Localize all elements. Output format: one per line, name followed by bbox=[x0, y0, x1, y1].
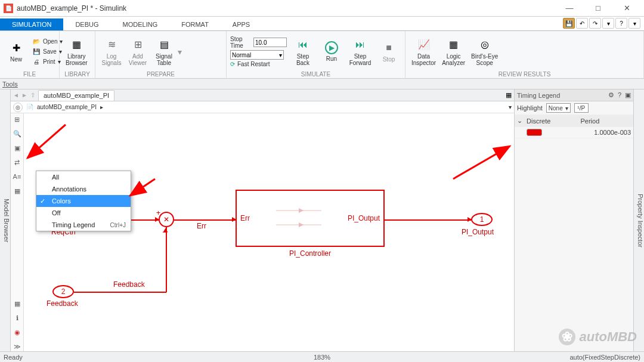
watermark-icon: ❀ bbox=[559, 329, 575, 345]
status-ready: Ready bbox=[0, 354, 23, 361]
new-button[interactable]: ✚ New bbox=[4, 39, 29, 64]
panel-help-icon[interactable]: ? bbox=[618, 91, 621, 99]
ctx-item-annotations[interactable]: Annotations bbox=[36, 183, 131, 195]
library-browser-button[interactable]: ▦ Library Browser bbox=[63, 36, 90, 67]
redo-button[interactable]: ↷ bbox=[589, 18, 601, 29]
group-library-label: LIBRARY bbox=[63, 71, 91, 78]
subsystem-in-label: Err bbox=[240, 214, 250, 222]
sampletime-context-menu: All Annotations ✓Colors Off Timing Legen… bbox=[36, 171, 131, 231]
property-inspector-rail[interactable]: Property Inspector bbox=[633, 89, 644, 351]
nav-fwd-button[interactable]: ► bbox=[20, 91, 29, 100]
tab-format[interactable]: FORMAT bbox=[169, 18, 221, 30]
breadcrumb-expand-icon[interactable]: ▸ bbox=[100, 104, 103, 110]
tree-toggle-icon[interactable]: ⌄ bbox=[517, 117, 523, 125]
close-button[interactable]: ✕ bbox=[618, 2, 636, 14]
model-tab-bar: ◄ ► ⇧ autoMBD_example_PI ▦ bbox=[11, 89, 514, 101]
variant-icon[interactable]: ▦ bbox=[13, 299, 22, 308]
table-icon: ▤ bbox=[157, 38, 171, 52]
ctx-item-timing-legend[interactable]: Timing LegendCtrl+J bbox=[36, 219, 131, 231]
ribbon-tabs: SIMULATION DEBUG MODELING FORMAT APPS bbox=[0, 17, 644, 31]
breadcrumb-dd-icon[interactable]: ▾ bbox=[509, 104, 512, 110]
ctx-item-all[interactable]: All bbox=[36, 171, 131, 183]
fast-restart-button[interactable]: ⟳Fast Restart bbox=[230, 61, 287, 67]
group-simulate-label: SIMULATE bbox=[230, 71, 401, 78]
print-icon: 🖨 bbox=[32, 58, 41, 66]
save-quick-button[interactable]: 💾 bbox=[563, 18, 575, 29]
tab-simulation[interactable]: SIMULATION bbox=[0, 18, 63, 30]
model-browser-rail[interactable]: Model Browser bbox=[0, 89, 11, 351]
inport-feedback[interactable]: 2 bbox=[52, 285, 74, 298]
stop-button[interactable]: ■Stop bbox=[376, 39, 401, 64]
ctx-item-off[interactable]: Off bbox=[36, 207, 131, 219]
inspector-icon: 📈 bbox=[417, 38, 431, 52]
log-signals-button[interactable]: ≋Log Signals bbox=[99, 36, 124, 67]
nav-back-button[interactable]: ◄ bbox=[12, 91, 20, 100]
breadcrumb-text[interactable]: autoMBD_example_PI bbox=[37, 104, 97, 110]
stop-time-input[interactable] bbox=[253, 38, 287, 47]
panel-gear-icon[interactable]: ⚙ bbox=[608, 91, 614, 99]
watermark-text: autoMBD bbox=[579, 329, 637, 345]
panel-pin-icon[interactable]: ▣ bbox=[625, 91, 631, 99]
wire-out bbox=[385, 219, 471, 221]
more-quick-button[interactable]: ▾ bbox=[628, 18, 640, 29]
fit-icon[interactable]: ▣ bbox=[13, 143, 22, 153]
outport-pi-output[interactable]: 1 bbox=[471, 213, 493, 226]
dropdown-quick-button[interactable]: ▾ bbox=[602, 18, 614, 29]
step-forward-button[interactable]: ⏭Step Forward bbox=[348, 36, 373, 67]
arrow-err bbox=[232, 217, 236, 222]
explorer-icon[interactable]: ⊞ bbox=[13, 115, 22, 124]
nav-up-button[interactable]: ⇧ bbox=[29, 91, 37, 100]
watermark: ❀ autoMBD bbox=[559, 329, 637, 345]
sample-time-icon[interactable]: ⇄ bbox=[13, 157, 22, 167]
help-button[interactable]: ? bbox=[615, 18, 627, 29]
add-viewer-button[interactable]: ⊞Add Viewer bbox=[125, 36, 150, 67]
highlight-dropdown[interactable]: None▾ bbox=[546, 103, 571, 113]
record-icon[interactable]: ◉ bbox=[13, 327, 22, 337]
subsystem-pi-controller[interactable]: Err PI_Output bbox=[236, 190, 385, 247]
birds-eye-button[interactable]: ◎Bird's-Eye Scope bbox=[469, 36, 500, 67]
zoom-icon[interactable]: 🔍 bbox=[13, 129, 22, 138]
col-period-header: Period bbox=[581, 117, 631, 125]
subsystem-graphic-icon bbox=[275, 203, 323, 233]
signal-table-button[interactable]: ▤Signal Table bbox=[151, 36, 177, 67]
tools-label[interactable]: Tools bbox=[2, 81, 18, 88]
status-zoom[interactable]: 183% bbox=[314, 354, 330, 361]
screenshot-icon[interactable]: ▦ bbox=[13, 186, 22, 196]
viewer-icon: ⊞ bbox=[131, 38, 145, 52]
tab-apps[interactable]: APPS bbox=[221, 18, 262, 30]
logic-analyzer-button[interactable]: ▦Logic Analyzer bbox=[439, 36, 467, 67]
ctx-item-colors[interactable]: ✓Colors bbox=[36, 195, 131, 207]
undo-button[interactable]: ↶ bbox=[576, 18, 588, 29]
birds-eye-icon: ◎ bbox=[478, 38, 492, 52]
status-solver[interactable]: auto(FixedStepDiscrete) bbox=[569, 354, 640, 361]
run-icon: ▶ bbox=[325, 41, 338, 54]
log-icon: ≋ bbox=[104, 38, 119, 52]
wire-feedback-h bbox=[74, 292, 166, 293]
target-button[interactable]: ◎ bbox=[13, 103, 23, 112]
rate-color-swatch[interactable] bbox=[527, 129, 542, 136]
model-canvas[interactable]: 1 ReqCtrl 2 Feedback + − Err bbox=[24, 113, 514, 351]
annotations-icon[interactable]: A≡ bbox=[13, 172, 22, 181]
maximize-button[interactable]: □ bbox=[589, 2, 607, 14]
fast-restart-icon: ⟳ bbox=[230, 61, 235, 67]
group-prepare-label: PREPARE bbox=[99, 71, 222, 78]
info-icon[interactable]: ℹ bbox=[13, 313, 22, 323]
app-icon: 📄 bbox=[4, 4, 13, 13]
tab-debug[interactable]: DEBUG bbox=[63, 18, 110, 30]
step-back-button[interactable]: ⏮Step Back bbox=[290, 36, 315, 67]
wire-err bbox=[174, 219, 236, 221]
tab-modeling[interactable]: MODELING bbox=[111, 18, 170, 30]
model-tab[interactable]: autoMBD_example_PI bbox=[38, 90, 114, 101]
data-inspector-button[interactable]: 📈Data Inspector bbox=[409, 36, 438, 67]
svg-marker-3 bbox=[299, 222, 304, 227]
disk-icon: 💾 bbox=[32, 48, 41, 56]
arrow-out bbox=[467, 217, 472, 222]
sum-block[interactable] bbox=[159, 212, 174, 227]
rate-button[interactable]: ¹/P bbox=[574, 103, 589, 113]
minimize-button[interactable]: — bbox=[561, 2, 578, 14]
tabbar-overflow-icon[interactable]: ▦ bbox=[506, 91, 512, 99]
sim-mode-dropdown[interactable]: Normal▾ bbox=[230, 50, 284, 60]
outport-pi-output-label: PI_Output bbox=[462, 228, 494, 236]
run-button[interactable]: ▶Run bbox=[319, 40, 344, 63]
prepare-expand-button[interactable]: ▾ bbox=[178, 47, 184, 57]
